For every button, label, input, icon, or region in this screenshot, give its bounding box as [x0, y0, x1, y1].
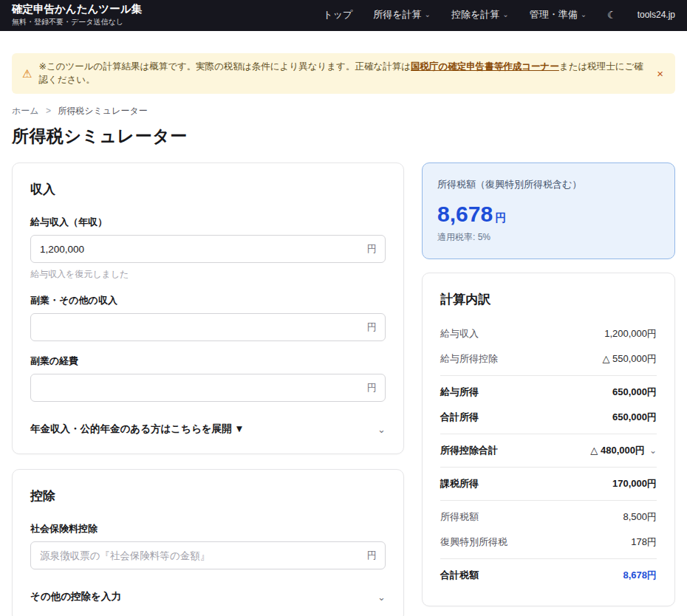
breadcrumb-separator: >: [46, 106, 51, 116]
deduction-card: 控除 社会保険料控除 円 その他の控除を入力 ⌄: [12, 469, 404, 616]
page-title: 所得税シミュレーター: [12, 125, 675, 148]
side-expense-label: 副業の経費: [30, 355, 386, 368]
site-subtitle: 無料・登録不要・データ送信なし: [12, 17, 142, 27]
tax-result-title: 所得税額（復興特別所得税含む）: [437, 178, 660, 191]
divider: [440, 375, 657, 376]
side-income-field-wrap: 円: [30, 313, 386, 341]
row-value: △ 550,000円: [602, 352, 657, 366]
other-deductions-toggle-label: その他の控除を入力: [30, 590, 121, 603]
warning-icon: ⚠: [22, 67, 32, 81]
tax-result-card: 所得税額（復興特別所得税含む） 8,678円 適用税率: 5%: [422, 162, 675, 259]
disclaimer-text-before: ※このツールの計算結果は概算です。実際の税額は条件により異なります。正確な計算は: [38, 61, 411, 72]
nta-corner-link[interactable]: 国税庁の確定申告書等作成コーナー: [411, 61, 559, 72]
row-value: 8,678円: [623, 569, 657, 582]
nav-item-top[interactable]: トップ: [323, 8, 352, 21]
row-value: 170,000円: [612, 477, 657, 490]
breakdown-row-income-tax: 所得税額 8,500円: [440, 504, 657, 530]
divider: [440, 558, 657, 559]
social-insurance-input[interactable]: [30, 541, 386, 569]
social-insurance-label: 社会保険料控除: [30, 522, 386, 535]
row-label: 給与所得控除: [440, 352, 498, 366]
row-value: 1,200,000円: [604, 327, 657, 340]
tax-rate-value: 5%: [478, 232, 491, 242]
breakdown-row-employment-income: 給与所得 650,000円: [440, 380, 657, 405]
right-column: 所得税額（復興特別所得税含む） 8,678円 適用税率: 5% 計算内訳 給与収…: [422, 162, 675, 616]
row-label: 復興特別所得税: [440, 535, 507, 549]
row-value: 650,000円: [612, 386, 657, 399]
row-label: 所得税額: [440, 510, 479, 524]
nav-item-manage[interactable]: 管理・準備 ⌄: [530, 8, 587, 21]
left-column: 収入 給与収入（年収） 円 給与収入を復元しました 副業・その他の収入 円 副業…: [12, 162, 404, 616]
breakdown-row-total-income: 合計所得 650,000円: [440, 405, 657, 430]
breadcrumb: ホーム > 所得税シミュレーター: [12, 105, 675, 117]
pension-expand-toggle[interactable]: 年金収入・公的年金のある方はこちらを展開 ▼ ⌄: [30, 422, 386, 436]
nav-item-label: 所得を計算: [373, 8, 421, 21]
row-value: 8,500円: [623, 510, 657, 524]
divider: [440, 500, 657, 501]
disclaimer-banner: ⚠ ※このツールの計算結果は概算です。実際の税額は条件により異なります。正確な計…: [12, 53, 675, 94]
breakdown-card: 計算内訳 給与収入 1,200,000円 給与所得控除 △ 550,000円 給…: [422, 273, 675, 606]
nav-item-deduction[interactable]: 控除を計算 ⌄: [451, 8, 509, 21]
tax-amount-value: 8,678: [437, 202, 493, 226]
breakdown-row-salary-deduction: 給与所得控除 △ 550,000円: [440, 346, 657, 372]
dark-mode-toggle-icon[interactable]: ☾: [607, 9, 617, 21]
breadcrumb-current: 所得税シミュレーター: [58, 106, 147, 116]
chevron-down-icon: ⌄: [377, 592, 386, 603]
nav-item-label: 控除を計算: [451, 8, 499, 21]
row-label: 所得控除合計: [440, 444, 498, 457]
pension-toggle-label: 年金収入・公的年金のある方はこちらを展開 ▼: [30, 422, 245, 436]
row-label: 合計所得: [440, 411, 479, 424]
breakdown-row-taxable-income: 課税所得 170,000円: [440, 471, 657, 496]
salary-income-field-wrap: 円: [30, 235, 386, 263]
nav-item-income[interactable]: 所得を計算 ⌄: [373, 8, 431, 21]
divider: [440, 467, 657, 468]
row-label: 給与所得: [440, 386, 479, 399]
row-value-text: △ 480,000円: [590, 444, 645, 457]
nav-item-label: 管理・準備: [530, 8, 578, 21]
tax-rate-label: 適用税率:: [437, 232, 475, 242]
tax-amount-unit: 円: [495, 211, 506, 224]
income-card-title: 収入: [30, 181, 386, 198]
tax-amount: 8,678円: [437, 203, 660, 225]
breakdown-row-total-tax: 合計税額 8,678円: [440, 563, 657, 588]
chevron-down-icon[interactable]: ⌄: [649, 445, 657, 456]
salary-restored-note: 給与収入を復元しました: [30, 268, 386, 281]
side-income-label: 副業・その他の収入: [30, 294, 386, 307]
nav-item-label: トップ: [323, 8, 352, 21]
row-value: 178円: [631, 535, 657, 549]
breadcrumb-home-link[interactable]: ホーム: [12, 106, 39, 116]
app-header: 確定申告かんたんツール集 無料・登録不要・データ送信なし トップ 所得を計算 ⌄…: [0, 0, 687, 31]
breakdown-card-title: 計算内訳: [440, 291, 657, 308]
chevron-down-icon: ⌄: [425, 11, 431, 18]
breakdown-row-salary-income: 給与収入 1,200,000円: [440, 321, 657, 346]
row-value: 650,000円: [612, 411, 657, 424]
applied-tax-rate: 適用税率: 5%: [437, 231, 660, 244]
breakdown-row-total-deductions: 所得控除合計 △ 480,000円 ⌄: [440, 438, 657, 463]
site-title[interactable]: 確定申告かんたんツール集: [12, 2, 142, 16]
row-label: 課税所得: [440, 477, 479, 490]
chevron-down-icon: ⌄: [581, 11, 587, 18]
row-label: 合計税額: [440, 569, 479, 582]
site-domain: tools24.jp: [638, 10, 675, 20]
salary-income-input[interactable]: [30, 235, 386, 263]
other-deductions-toggle[interactable]: その他の控除を入力 ⌄: [30, 590, 386, 603]
breakdown-row-reconstruction-tax: 復興特別所得税 178円: [440, 530, 657, 555]
side-expense-field-wrap: 円: [30, 374, 386, 402]
chevron-down-icon: ⌄: [502, 11, 508, 18]
close-icon[interactable]: ×: [655, 67, 665, 80]
row-label: 給与収入: [440, 327, 479, 340]
disclaimer-text: ※このツールの計算結果は概算です。実際の税額は条件により異なります。正確な計算は…: [38, 61, 649, 86]
salary-income-label: 給与収入（年収）: [30, 216, 386, 229]
social-insurance-field-wrap: 円: [30, 541, 386, 569]
divider: [440, 434, 657, 434]
side-income-input[interactable]: [30, 313, 386, 341]
deduction-card-title: 控除: [30, 487, 386, 504]
row-value: △ 480,000円 ⌄: [590, 444, 657, 457]
side-expense-input[interactable]: [30, 374, 386, 402]
header-nav: トップ 所得を計算 ⌄ 控除を計算 ⌄ 管理・準備 ⌄ ☾ tools24.jp: [323, 8, 675, 21]
chevron-down-icon: ⌄: [377, 424, 386, 435]
main-content: 収入 給与収入（年収） 円 給与収入を復元しました 副業・その他の収入 円 副業…: [0, 162, 687, 616]
brand[interactable]: 確定申告かんたんツール集 無料・登録不要・データ送信なし: [12, 2, 142, 27]
income-card: 収入 給与収入（年収） 円 給与収入を復元しました 副業・その他の収入 円 副業…: [12, 162, 404, 454]
